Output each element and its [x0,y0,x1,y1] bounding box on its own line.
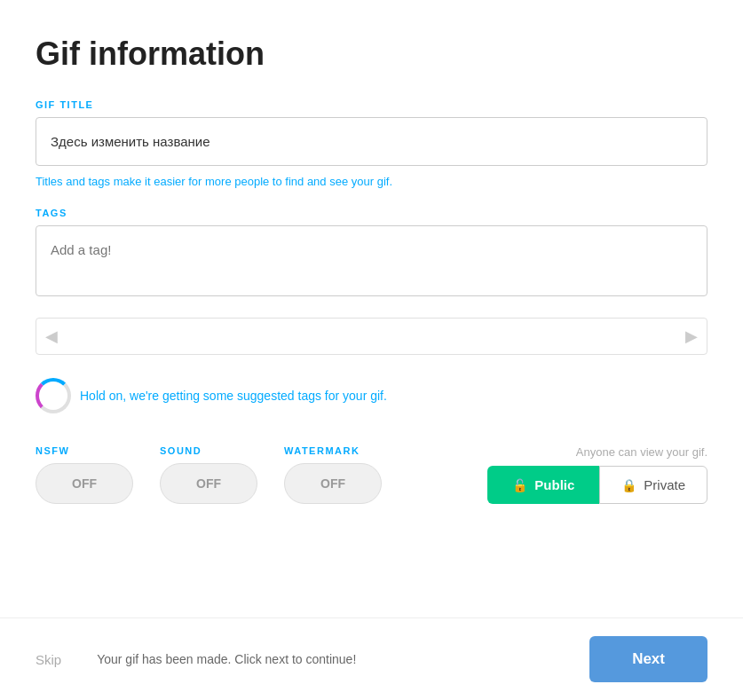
left-toggles: NSFW OFF SOUND OFF WATERMARK OFF [36,445,382,504]
page-title: Gif information [36,35,707,73]
gif-title-label: GIF TITLE [36,99,707,110]
hint-text: Titles and tags make it easier for more … [36,175,707,188]
watermark-label: WATERMARK [284,445,360,456]
loading-spinner [36,378,71,413]
main-container: Gif information GIF TITLE Titles and tag… [0,0,743,700]
tags-label: TAGS [36,208,707,218]
public-label: Public [534,477,574,492]
visibility-group: Anyone can view your gif. 🔓 Public 🔒 Pri… [487,445,707,504]
suggested-tags-text: Hold on, we're getting some suggested ta… [80,389,387,403]
tag-slider: ◀ ▶ [36,318,707,355]
sound-toggle[interactable]: OFF [160,463,257,504]
lock-closed-icon: 🔒 [621,478,636,492]
slider-left-arrow[interactable]: ◀ [45,326,58,346]
nsfw-toggle-group: NSFW OFF [36,445,133,504]
lock-open-icon: 🔓 [512,478,527,492]
watermark-toggle[interactable]: OFF [284,463,382,504]
footer: Skip Your gif has been made. Click next … [0,617,743,700]
suggested-tags-row: Hold on, we're getting some suggested ta… [36,373,707,419]
toggles-visibility-row: NSFW OFF SOUND OFF WATERMARK OFF Anyone … [36,445,707,575]
visibility-buttons: 🔓 Public 🔒 Private [487,466,707,504]
skip-link[interactable]: Skip [36,652,61,667]
sound-toggle-group: SOUND OFF [160,445,257,504]
nsfw-toggle[interactable]: OFF [36,463,133,504]
footer-message: Your gif has been made. Click next to co… [97,652,356,666]
tags-input[interactable] [36,225,707,296]
private-button[interactable]: 🔒 Private [599,466,707,504]
slider-right-arrow[interactable]: ▶ [685,326,698,346]
nsfw-label: NSFW [36,445,69,456]
watermark-toggle-group: WATERMARK OFF [284,445,382,504]
next-button[interactable]: Next [589,636,707,682]
gif-title-input[interactable] [36,117,707,166]
public-button[interactable]: 🔓 Public [487,466,599,504]
private-label: Private [644,477,685,492]
sound-label: SOUND [160,445,202,456]
visibility-hint: Anyone can view your gif. [576,445,707,459]
